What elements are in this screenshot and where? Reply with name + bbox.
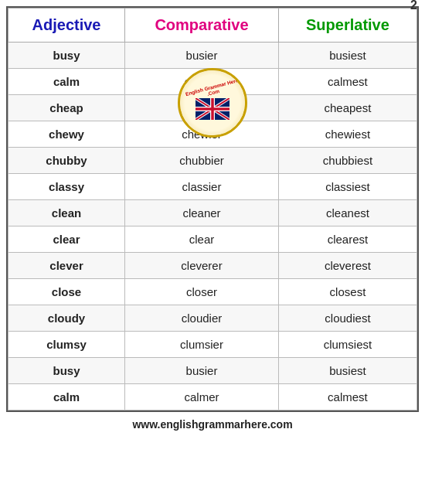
cell-adjective: clumsy (8, 332, 125, 358)
cell-superlative: busiest (278, 358, 416, 384)
cell-superlative: cleanest (278, 200, 416, 226)
cell-adjective: clear (8, 226, 125, 253)
table-row: cloudycloudiercloudiest (8, 305, 417, 332)
table-row: classyclassierclassiest (8, 174, 417, 200)
cell-superlative: closest (278, 279, 416, 305)
cell-adjective: clever (8, 253, 125, 279)
cell-adjective: calm (8, 384, 125, 410)
page-number-badge: 2 (410, 0, 417, 12)
cell-comparative: calmer (125, 384, 279, 410)
cell-adjective: classy (8, 174, 125, 200)
adjective-table-wrapper: Adjective Comparative Superlative 2 busy… (6, 6, 419, 412)
cell-superlative: cleverest (278, 253, 416, 279)
cell-superlative: cloudiest (278, 305, 416, 332)
cell-comparative: cleaner (125, 200, 279, 226)
cell-superlative: clearest (278, 226, 416, 253)
cell-comparative: cloudier (125, 305, 279, 332)
cell-adjective: busy (8, 358, 125, 384)
logo-overlay: English Grammar Here .Com (178, 68, 247, 138)
table-header-row: Adjective Comparative Superlative 2 (8, 9, 417, 43)
header-adjective: Adjective (8, 9, 125, 43)
cell-superlative: chewiest (278, 121, 416, 148)
cell-adjective: clean (8, 200, 125, 226)
cell-superlative: calmest (278, 69, 416, 95)
cell-comparative: busier (125, 43, 279, 69)
footer-url: www.englishgrammarhere.com (132, 418, 292, 431)
cell-comparative: chubbier (125, 148, 279, 174)
table-row: chubbychubbierchubbiest (8, 148, 417, 174)
cell-adjective: cheap (8, 95, 125, 121)
table-row: busybusierbusiest (8, 43, 417, 69)
cell-superlative: cheapest (278, 95, 416, 121)
cell-adjective: calm (8, 69, 125, 95)
table-row: busybusierbusiest (8, 358, 417, 384)
table-row: clearclearclearest (8, 226, 417, 253)
cell-adjective: cloudy (8, 305, 125, 332)
cell-superlative: chubbiest (278, 148, 416, 174)
table-row: closecloserclosest (8, 279, 417, 305)
table-row: cleancleanercleanest (8, 200, 417, 226)
logo-inner: English Grammar Here .Com (180, 70, 245, 135)
cell-adjective: close (8, 279, 125, 305)
cell-superlative: classiest (278, 174, 416, 200)
header-superlative: Superlative 2 (278, 9, 416, 43)
cell-comparative: closer (125, 279, 279, 305)
cell-comparative: classier (125, 174, 279, 200)
cell-comparative: busier (125, 358, 279, 384)
cell-adjective: chewy (8, 121, 125, 148)
uk-flag-icon (196, 98, 230, 120)
cell-comparative: cleverer (125, 253, 279, 279)
table-container: English Grammar Here .Com Adjective Comp… (6, 6, 419, 412)
table-row: clumsyclumsierclumsiest (8, 332, 417, 358)
cell-adjective: chubby (8, 148, 125, 174)
cell-comparative: clumsier (125, 332, 279, 358)
table-row: calmcalmercalmest (8, 384, 417, 410)
header-comparative: Comparative (125, 9, 279, 43)
cell-comparative: clear (125, 226, 279, 253)
cell-superlative: busiest (278, 43, 416, 69)
cell-adjective: busy (8, 43, 125, 69)
cell-superlative: calmest (278, 384, 416, 410)
table-row: clevercleverercleverest (8, 253, 417, 279)
cell-superlative: clumsiest (278, 332, 416, 358)
